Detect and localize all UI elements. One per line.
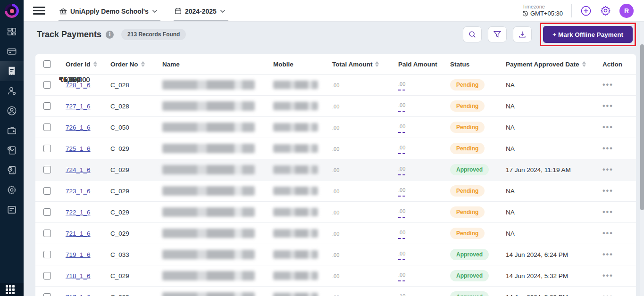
timezone-display: Timezone GMT+05:30 [522, 4, 563, 18]
row-actions-menu[interactable]: ••• [602, 165, 613, 173]
approved-date-cell: 14 Jun 2024, 6:24 PM [499, 251, 596, 258]
status-badge: Pending [450, 122, 485, 133]
paid-amount-value[interactable]: ₹6,030.00 [398, 271, 405, 281]
hamburger-menu-icon[interactable] [33, 5, 45, 16]
order-no-cell: C_029 [104, 230, 156, 237]
order-id-link[interactable]: 721_1_6 [66, 230, 91, 237]
sidebar-item-reports[interactable] [0, 140, 24, 160]
row-actions-menu[interactable]: ••• [602, 293, 613, 296]
order-id-link[interactable]: 722_1_6 [66, 209, 91, 216]
paid-amount-cell: ₹6,120.00 [392, 207, 443, 218]
apps-grid-icon[interactable] [6, 285, 15, 294]
order-id-link[interactable]: 725_1_6 [66, 145, 91, 152]
row-checkbox[interactable] [43, 251, 51, 258]
row-checkbox[interactable] [43, 166, 51, 173]
search-button[interactable] [463, 26, 482, 42]
row-checkbox[interactable] [43, 230, 51, 237]
sort-icon[interactable] [375, 61, 379, 67]
wallet-icon [7, 125, 17, 136]
status-badge: Pending [450, 100, 485, 112]
sort-icon[interactable] [93, 61, 97, 67]
paid-amount-value[interactable]: ₹6,120.00 [398, 186, 405, 197]
mark-offline-payment-button[interactable]: + Mark Offline Payment [543, 26, 633, 43]
row-actions-menu[interactable]: ••• [602, 123, 613, 131]
order-id-link[interactable]: 724_1_6 [66, 166, 91, 173]
sidebar-item-dashboard[interactable] [0, 22, 24, 41]
order-id-link[interactable]: 727_1_6 [66, 103, 91, 110]
sidebar-item-wallet[interactable] [0, 121, 24, 140]
paid-amount-value[interactable]: ₹100.00 [398, 143, 405, 154]
plus-circle-icon [580, 5, 592, 16]
row-actions-menu[interactable]: ••• [602, 271, 613, 280]
row-actions-menu[interactable]: ••• [602, 208, 613, 216]
row-checkbox[interactable] [43, 293, 51, 296]
paid-amount-value[interactable]: ₹1,50,000.00 [398, 228, 405, 239]
sidebar-item-payments[interactable] [0, 41, 24, 61]
sidebar-item-admissions[interactable] [0, 81, 24, 101]
mobile-redacted [273, 187, 318, 195]
column-header-payment-approved-date[interactable]: Payment Approved Date [499, 61, 596, 68]
total-amount-cell: ₹5,664.00 [326, 293, 392, 296]
name-redacted [162, 144, 255, 153]
order-id-link[interactable]: 719_1_6 [66, 251, 91, 258]
column-header-order-no[interactable]: Order No [104, 61, 156, 68]
paid-amount-value[interactable]: ₹6,120.00 [398, 122, 405, 133]
paid-amount-value[interactable]: ₹5,677.10 [398, 292, 405, 296]
order-id-link[interactable]: 726_1_6 [66, 124, 91, 131]
row-actions-menu[interactable]: ••• [602, 250, 613, 258]
add-new-button[interactable] [580, 5, 592, 16]
info-icon[interactable]: i [106, 31, 114, 39]
row-checkbox[interactable] [43, 123, 51, 131]
sidebar-item-track-payments[interactable] [0, 61, 24, 81]
row-checkbox[interactable] [43, 81, 51, 89]
approved-date-cell: 14 Jun 2024, 5:29 PM [499, 294, 596, 296]
status-badge: Pending [450, 228, 485, 239]
sort-icon[interactable] [582, 61, 586, 67]
filter-button[interactable] [488, 26, 507, 42]
session-selector[interactable]: 2024-2025 [174, 7, 228, 21]
download-button[interactable] [513, 26, 532, 42]
name-redacted [162, 165, 255, 174]
sidebar-item-settings[interactable] [0, 180, 24, 200]
row-actions-menu[interactable]: ••• [602, 229, 613, 237]
sidebar [0, 22, 24, 296]
column-header-order-id[interactable]: Order Id [59, 61, 104, 68]
paid-amount-value[interactable]: ₹5,900.00 [398, 101, 405, 112]
sort-icon[interactable] [141, 61, 145, 67]
school-selector[interactable]: UniApply Demo School's [59, 7, 160, 21]
row-actions-menu[interactable]: ••• [602, 144, 613, 152]
name-redacted [162, 229, 255, 238]
row-checkbox[interactable] [43, 272, 51, 280]
select-all-checkbox[interactable] [43, 60, 51, 68]
paid-amount-value[interactable]: ₹6,120.00 [398, 207, 405, 218]
row-checkbox[interactable] [43, 208, 51, 216]
user-avatar[interactable]: R [619, 4, 634, 18]
order-no-cell: C_029 [104, 272, 156, 280]
scrollbar-track[interactable] [640, 22, 644, 296]
table-row: 721_1_6 C_029 ₹1,50,000.00 ₹1,50,000.00 … [35, 223, 636, 244]
sidebar-item-analytics[interactable] [0, 160, 24, 180]
sidebar-item-forms[interactable] [0, 200, 24, 220]
status-badge: Pending [450, 185, 485, 197]
row-actions-menu[interactable]: ••• [602, 102, 613, 110]
paid-amount-value[interactable]: ₹6,090.00 [398, 249, 405, 260]
order-no-cell: C_029 [104, 294, 156, 296]
chevron-down-icon [152, 9, 158, 13]
column-header-total-amount[interactable]: Total Amount [326, 61, 392, 68]
order-id-link[interactable]: 717_1_6 [66, 294, 91, 296]
order-id-link[interactable]: 718_1_6 [66, 272, 91, 280]
row-checkbox[interactable] [43, 187, 51, 195]
total-amount-cell: ₹5,900.00 [326, 251, 392, 258]
row-checkbox[interactable] [43, 102, 51, 110]
institution-icon [59, 8, 67, 15]
paid-amount-value[interactable]: ₹6,020.00 [398, 164, 405, 175]
sidebar-item-students[interactable] [0, 101, 24, 121]
mobile-redacted [273, 102, 318, 110]
order-id-link[interactable]: 723_1_6 [66, 188, 91, 195]
mobile-redacted [273, 229, 318, 238]
row-actions-menu[interactable]: ••• [602, 187, 613, 195]
row-checkbox[interactable] [43, 145, 51, 152]
scrollbar-thumb[interactable] [640, 44, 644, 210]
settings-button[interactable] [600, 5, 611, 16]
total-amount-cell: ₹5,900.00 [326, 123, 392, 131]
